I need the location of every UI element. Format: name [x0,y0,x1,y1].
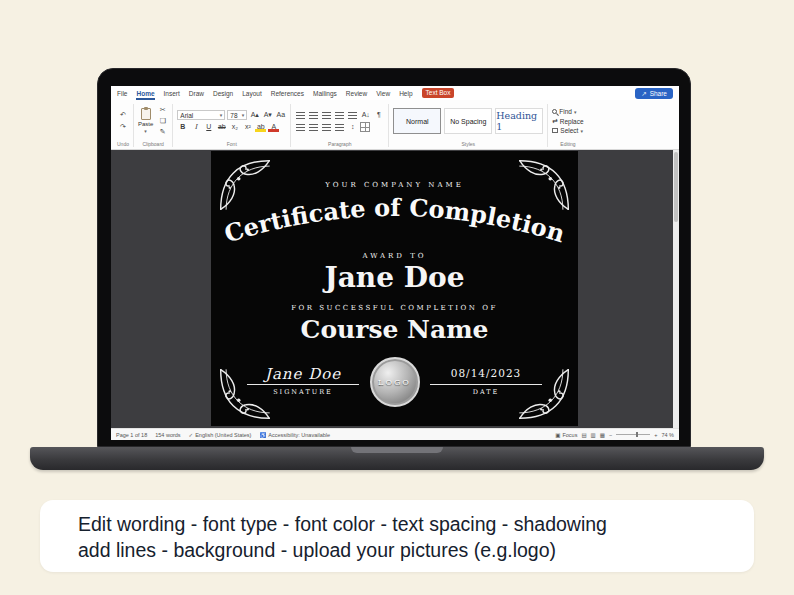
paragraph-mark-icon[interactable]: ¶ [373,110,384,120]
find-button[interactable]: Find ▾ [552,108,583,115]
numbering-icon[interactable] [308,110,319,120]
chevron-down-icon: ▾ [580,128,583,134]
share-button[interactable]: ↗ Share [635,88,673,99]
certificate-title-text: Certificate of Completion [221,193,569,247]
certificate-page[interactable]: YOUR COMPANY NAME Certificate of Complet… [211,151,578,426]
format-painter-icon[interactable]: ✎ [157,127,168,137]
zoom-slider[interactable] [616,434,650,435]
subscript-button[interactable]: x₂ [229,122,240,132]
signature-line [247,384,359,385]
underline-button[interactable]: U [203,122,214,132]
tab-insert[interactable]: Insert [164,87,180,100]
sort-icon[interactable]: A↓ [360,110,371,120]
chevron-down-icon: ▾ [144,128,147,134]
scrollbar-thumb[interactable] [674,152,678,222]
multilevel-list-icon[interactable] [321,110,332,120]
tab-help[interactable]: Help [399,87,412,100]
change-case-icon[interactable]: Aa [275,110,286,120]
status-page[interactable]: Page 1 of 18 [116,432,147,438]
paste-button[interactable]: Paste ▾ [138,108,153,134]
group-label-styles: Styles [461,140,475,149]
highlight-color-button[interactable]: ab [255,122,266,132]
style-normal[interactable]: Normal [393,108,441,134]
line-spacing-icon[interactable]: ↕ [347,122,358,132]
font-name-select[interactable]: Arial ▾ [177,110,225,120]
tab-view[interactable]: View [376,87,390,100]
group-divider [172,104,173,147]
share-label: Share [650,90,667,97]
group-label-paragraph: Paragraph [328,140,351,149]
focus-button[interactable]: ▣ Focus [555,432,577,438]
print-layout-icon[interactable]: ▥ [591,432,596,438]
read-mode-icon[interactable]: ▤ [581,432,586,438]
group-undo: ↶ ↷ Undo [114,102,132,149]
shrink-font-icon[interactable]: A▾ [262,110,273,120]
strikethrough-button[interactable]: ab [216,122,227,132]
decrease-indent-icon[interactable] [334,110,345,120]
status-accessibility[interactable]: ♿ Accessibility: Unavailable [259,432,330,438]
tab-references[interactable]: References [271,87,304,100]
replace-button[interactable]: ⇄ Replace [552,117,583,125]
bullets-icon[interactable] [295,110,306,120]
tab-file[interactable]: File [117,87,127,100]
superscript-button[interactable]: x² [242,122,253,132]
date-value: 08/14/2023 [422,367,550,379]
style-no-spacing[interactable]: No Spacing [444,108,492,134]
web-layout-icon[interactable]: ▦ [600,432,605,438]
group-clipboard: Paste ▾ ✂ ❏ ✎ Clipboard [135,102,171,149]
grow-font-icon[interactable]: A▴ [249,110,260,120]
tab-home[interactable]: Home [136,87,154,100]
tab-mailings[interactable]: Mailings [313,87,337,100]
copy-icon[interactable]: ❏ [157,116,168,126]
word-window: File Home Insert Draw Design Layout Refe… [111,86,679,440]
find-label: Find [559,108,572,115]
vertical-scrollbar[interactable] [673,150,679,428]
redo-icon[interactable]: ↷ [117,122,128,132]
recipient-name: Jane Doe [211,261,578,294]
group-paragraph: A↓ ¶ ↕ Paragraph [292,102,387,149]
signature-label: SIGNATURE [239,388,367,396]
date-block: 08/14/2023 DATE [422,367,550,396]
zoom-slider-thumb[interactable] [636,432,638,437]
status-language[interactable]: ✓ English (United States) [189,432,252,438]
borders-icon[interactable] [360,122,370,132]
select-icon [552,128,558,133]
undo-icon[interactable]: ↶ [117,110,128,120]
tab-design[interactable]: Design [213,87,233,100]
bold-button[interactable]: B [177,122,188,132]
chevron-down-icon: ▾ [242,112,245,118]
zoom-in-button[interactable]: + [654,432,657,438]
company-name: YOUR COMPANY NAME [211,181,578,189]
logo-badge: LOGO [370,357,420,407]
status-word-count[interactable]: 154 words [155,432,180,438]
increase-indent-icon[interactable] [347,110,358,120]
group-label-editing: Editing [560,140,575,149]
tab-text-box[interactable]: Text Box [422,88,455,98]
paste-label: Paste [138,121,153,127]
share-icon: ↗ [641,90,646,97]
font-size-select[interactable]: 78 ▾ [227,110,247,120]
laptop-screen: File Home Insert Draw Design Layout Refe… [97,68,691,447]
style-heading1[interactable]: Heading 1 [495,108,543,134]
document-canvas[interactable]: YOUR COMPANY NAME Certificate of Complet… [111,150,679,428]
zoom-percentage[interactable]: 74 % [661,432,674,438]
zoom-out-button[interactable]: − [609,432,612,438]
tab-draw[interactable]: Draw [189,87,204,100]
align-right-icon[interactable] [321,122,332,132]
align-left-icon[interactable] [295,122,306,132]
select-button[interactable]: Select ▾ [552,127,583,134]
group-font: Arial ▾ 78 ▾ A▴ A▾ Aa B I [174,102,289,149]
font-name-value: Arial [180,112,193,119]
tab-layout[interactable]: Layout [242,87,262,100]
signature-block: Jane Doe SIGNATURE [239,365,367,396]
certificate-title: Certificate of Completion [211,189,578,247]
cut-icon[interactable]: ✂ [157,105,168,115]
italic-button[interactable]: I [190,122,201,132]
caption-line2: add lines - background - upload your pic… [78,537,734,563]
font-color-button[interactable]: A [268,122,279,132]
focus-label: Focus [562,432,577,438]
tab-review[interactable]: Review [346,87,367,100]
justify-icon[interactable] [334,122,345,132]
align-center-icon[interactable] [308,122,319,132]
replace-label: Replace [560,118,584,125]
